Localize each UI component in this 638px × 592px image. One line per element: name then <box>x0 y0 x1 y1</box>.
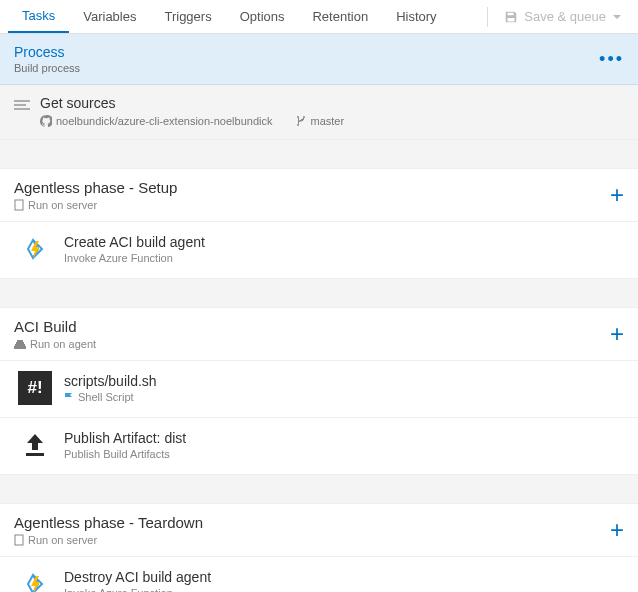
branch-icon <box>296 115 306 127</box>
task-text: Destroy ACI build agent Invoke Azure Fun… <box>64 569 211 592</box>
sources-text: Get sources noelbundick/azure-cli-extens… <box>40 95 344 127</box>
task-subtitle: Invoke Azure Function <box>64 252 205 264</box>
svg-rect-1 <box>14 346 26 349</box>
phase-title: ACI Build <box>14 318 96 335</box>
task-subtitle: Shell Script <box>64 391 157 403</box>
task-row[interactable]: Publish Artifact: dist Publish Build Art… <box>0 418 638 475</box>
task-row[interactable]: #! scripts/build.sh Shell Script <box>0 361 638 418</box>
tab-history[interactable]: History <box>382 0 450 33</box>
add-task-button[interactable]: + <box>610 324 624 344</box>
tab-retention[interactable]: Retention <box>298 0 382 33</box>
process-text: Process Build process <box>14 44 80 74</box>
task-subtitle: Invoke Azure Function <box>64 587 211 592</box>
publish-artifact-icon <box>18 428 52 462</box>
tab-triggers[interactable]: Triggers <box>150 0 225 33</box>
task-row[interactable]: Create ACI build agent Invoke Azure Func… <box>0 222 638 279</box>
phase-header[interactable]: Agentless phase - Setup Run on server + <box>0 168 638 222</box>
phase-text: Agentless phase - Setup Run on server <box>14 179 177 211</box>
process-subtitle: Build process <box>14 62 80 74</box>
agent-icon <box>14 339 26 349</box>
repo-path: noelbundick/azure-cli-extension-noelbund… <box>56 115 272 127</box>
github-icon <box>40 115 52 127</box>
phase-text: ACI Build Run on agent <box>14 318 96 350</box>
phase-title: Agentless phase - Setup <box>14 179 177 196</box>
phase-text: Agentless phase - Teardown Run on server <box>14 514 203 546</box>
svg-rect-5 <box>15 535 23 545</box>
server-icon <box>14 534 24 546</box>
task-text: Publish Artifact: dist Publish Build Art… <box>64 430 186 460</box>
task-row[interactable]: Destroy ACI build agent Invoke Azure Fun… <box>0 557 638 592</box>
tab-options[interactable]: Options <box>226 0 299 33</box>
flag-icon <box>64 392 74 402</box>
svg-rect-0 <box>15 200 23 210</box>
azure-function-icon <box>18 567 52 592</box>
server-icon <box>14 199 24 211</box>
divider <box>487 7 488 27</box>
task-title: Create ACI build agent <box>64 234 205 250</box>
svg-rect-4 <box>17 340 23 342</box>
task-text: scripts/build.sh Shell Script <box>64 373 157 403</box>
tab-variables[interactable]: Variables <box>69 0 150 33</box>
task-title: Publish Artifact: dist <box>64 430 186 446</box>
save-and-queue-button[interactable]: Save & queue <box>494 9 638 24</box>
phase-title: Agentless phase - Teardown <box>14 514 203 531</box>
task-title: Destroy ACI build agent <box>64 569 211 585</box>
branch-name: master <box>310 115 344 127</box>
process-title: Process <box>14 44 80 60</box>
chevron-down-icon <box>612 12 622 22</box>
sources-title: Get sources <box>40 95 344 111</box>
process-header[interactable]: Process Build process ••• <box>0 34 638 85</box>
phase-runner: Run on server <box>28 199 97 211</box>
phase-runner: Run on server <box>28 534 97 546</box>
phase-header[interactable]: Agentless phase - Teardown Run on server… <box>0 503 638 557</box>
get-sources-row[interactable]: Get sources noelbundick/azure-cli-extens… <box>0 85 638 140</box>
task-subtitle: Publish Build Artifacts <box>64 448 186 460</box>
tab-bar: Tasks Variables Triggers Options Retenti… <box>0 0 638 34</box>
more-actions-button[interactable]: ••• <box>599 55 624 63</box>
add-task-button[interactable]: + <box>610 185 624 205</box>
phase-runner: Run on agent <box>30 338 96 350</box>
shell-script-icon: #! <box>18 371 52 405</box>
task-text: Create ACI build agent Invoke Azure Func… <box>64 234 205 264</box>
azure-function-icon <box>18 232 52 266</box>
save-icon <box>504 10 518 24</box>
add-task-button[interactable]: + <box>610 520 624 540</box>
save-queue-label: Save & queue <box>524 9 606 24</box>
sources-icon <box>14 99 30 114</box>
tab-tasks[interactable]: Tasks <box>8 0 69 33</box>
phase-header[interactable]: ACI Build Run on agent + <box>0 307 638 361</box>
svg-rect-3 <box>16 342 24 344</box>
svg-rect-2 <box>15 344 25 346</box>
task-title: scripts/build.sh <box>64 373 157 389</box>
